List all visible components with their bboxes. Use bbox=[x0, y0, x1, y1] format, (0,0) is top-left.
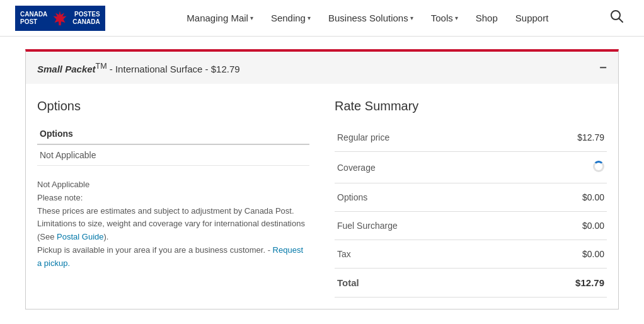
nav-item-support[interactable]: Support bbox=[508, 8, 556, 28]
table-row: Not Applicable bbox=[37, 144, 309, 166]
rate-value: $0.00 bbox=[514, 240, 607, 269]
chevron-down-icon: ▾ bbox=[455, 14, 458, 21]
nav-item-sending[interactable]: Sending ▾ bbox=[263, 8, 318, 28]
nav-item-shop[interactable]: Shop bbox=[468, 8, 505, 28]
maple-leaf-icon bbox=[51, 9, 69, 27]
nav-item-tools[interactable]: Tools ▾ bbox=[423, 8, 466, 28]
rate-label: Coverage bbox=[335, 152, 514, 183]
svg-rect-0 bbox=[59, 23, 61, 25]
rate-table: Regular price$12.79CoverageOptions$0.00F… bbox=[335, 124, 607, 298]
note-line1: Not Applicable bbox=[37, 178, 309, 192]
content-area: Options Options Not Applicable Not App bbox=[26, 84, 618, 309]
total-row: Total $12.79 bbox=[335, 269, 607, 298]
svg-line-2 bbox=[619, 19, 623, 23]
options-heading: Options bbox=[37, 99, 309, 113]
accordion-tm: TM bbox=[96, 62, 107, 71]
rate-row: Fuel Surcharge$0.00 bbox=[335, 212, 607, 240]
rate-value: $0.00 bbox=[514, 212, 607, 240]
collapse-icon: − bbox=[599, 61, 607, 75]
nav-item-managing-mail[interactable]: Managing Mail ▾ bbox=[179, 8, 261, 28]
rate-row: Coverage bbox=[335, 152, 607, 183]
rate-value bbox=[514, 152, 607, 183]
rate-summary-heading: Rate Summary bbox=[335, 99, 607, 113]
options-table: Options Not Applicable bbox=[37, 124, 309, 166]
nav-item-business-solutions[interactable]: Business Solutions ▾ bbox=[321, 8, 421, 28]
note-line3: These prices are estimates and subject t… bbox=[37, 205, 309, 218]
rate-row: Options$0.00 bbox=[335, 183, 607, 212]
options-col-header: Options bbox=[37, 124, 309, 144]
search-icon bbox=[610, 9, 624, 23]
rate-label: Options bbox=[335, 183, 514, 212]
logo-text-left: CANADA POST bbox=[20, 11, 47, 26]
options-column: Options Options Not Applicable Not App bbox=[37, 99, 309, 298]
rate-label: Regular price bbox=[335, 124, 514, 152]
main-content: Small PacketTM - International Surface -… bbox=[0, 49, 644, 324]
total-value: $12.79 bbox=[514, 269, 607, 298]
accordion-panel: Small PacketTM - International Surface -… bbox=[25, 49, 619, 310]
accordion-header[interactable]: Small PacketTM - International Surface -… bbox=[26, 52, 618, 84]
note-line4: Limitations to size, weight and coverage… bbox=[37, 217, 309, 244]
accordion-title: Small PacketTM - International Surface -… bbox=[37, 62, 240, 74]
loading-spinner bbox=[593, 161, 604, 172]
rate-value: $0.00 bbox=[514, 183, 607, 212]
note-line2: Please note: bbox=[37, 192, 309, 205]
rate-value: $12.79 bbox=[514, 124, 607, 152]
rate-label: Fuel Surcharge bbox=[335, 212, 514, 240]
total-label: Total bbox=[335, 269, 514, 298]
rate-label: Tax bbox=[335, 240, 514, 269]
note-line5: Pickup is available in your area if you … bbox=[37, 244, 309, 270]
nav-links: Managing Mail ▾ Sending ▾ Business Solut… bbox=[130, 8, 605, 28]
options-value: Not Applicable bbox=[37, 144, 309, 166]
rate-summary-column: Rate Summary Regular price$12.79Coverage… bbox=[335, 99, 607, 298]
accordion-title-italic: Small Packet bbox=[37, 64, 96, 74]
accordion-title-rest: - International Surface - $12.79 bbox=[107, 64, 240, 74]
chevron-down-icon: ▾ bbox=[410, 14, 413, 21]
postal-guide-link[interactable]: Postal Guide bbox=[57, 232, 103, 241]
rate-row: Regular price$12.79 bbox=[335, 124, 607, 152]
rate-row: Tax$0.00 bbox=[335, 240, 607, 269]
chevron-down-icon: ▾ bbox=[308, 14, 311, 21]
logo-text-right: POSTES CANADA bbox=[72, 11, 100, 26]
notes-area: Not Applicable Please note: These prices… bbox=[37, 178, 309, 270]
main-nav: CANADA POST POSTES CANADA Managing Mail … bbox=[0, 0, 644, 37]
search-button[interactable] bbox=[605, 4, 629, 32]
chevron-down-icon: ▾ bbox=[250, 14, 253, 21]
logo[interactable]: CANADA POST POSTES CANADA bbox=[15, 6, 105, 31]
